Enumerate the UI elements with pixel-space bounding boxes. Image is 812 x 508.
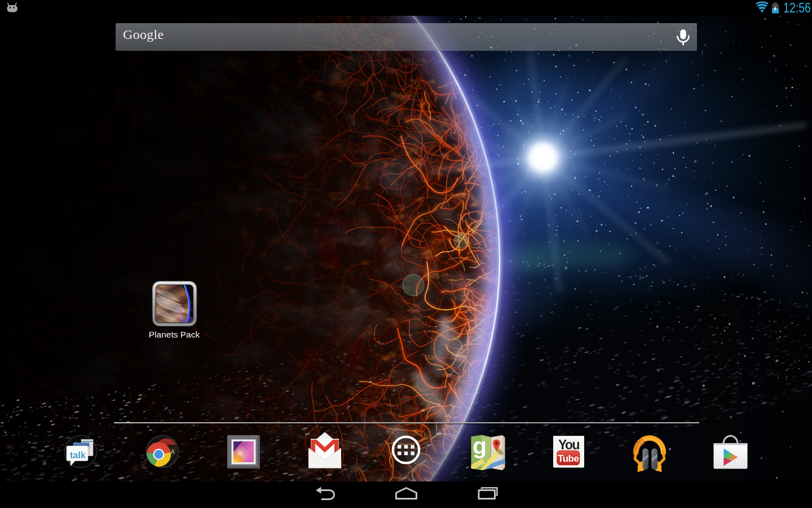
svg-text:Tube: Tube xyxy=(558,453,579,464)
svg-text:A: A xyxy=(171,449,175,455)
svg-text:g: g xyxy=(473,433,487,459)
svg-text:talk: talk xyxy=(70,450,86,460)
svg-text:12:56: 12:56 xyxy=(783,0,811,15)
svg-text:You: You xyxy=(558,437,580,452)
